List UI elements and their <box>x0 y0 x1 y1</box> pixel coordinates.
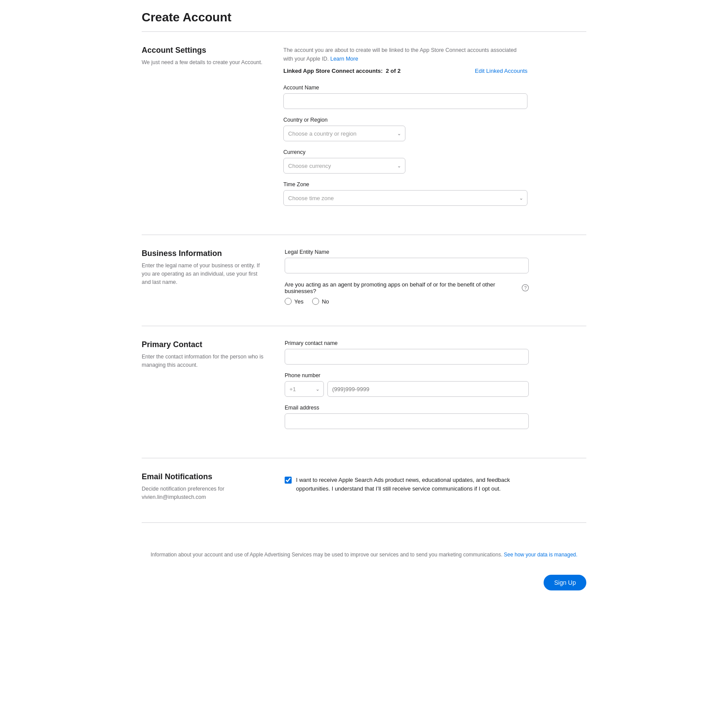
agent-no-label[interactable]: No <box>312 298 329 305</box>
agent-question-group: Are you acting as an agent by promoting … <box>285 281 529 305</box>
agent-question-text: Are you acting as an agent by promoting … <box>285 281 529 294</box>
currency-wrapper: Choose currency ⌄ <box>283 158 405 174</box>
country-region-label: Country or Region <box>283 117 527 123</box>
linked-accounts-label: Linked App Store Connect accounts: 2 of … <box>283 68 401 74</box>
phone-row: +1 ⌄ <box>285 381 529 397</box>
email-label: Email address <box>285 405 529 411</box>
edit-linked-accounts-link[interactable]: Edit Linked Accounts <box>475 68 527 74</box>
linked-accounts-row: Linked App Store Connect accounts: 2 of … <box>283 68 527 74</box>
account-settings-left: Account Settings We just need a few deta… <box>142 46 262 214</box>
business-info-left: Business Information Enter the legal nam… <box>142 249 264 305</box>
signup-row: Sign Up <box>142 566 586 590</box>
account-settings-desc: We just need a few details to create you… <box>142 58 262 67</box>
timezone-label: Time Zone <box>283 181 527 188</box>
notifications-checkbox-text: I want to receive Apple Search Ads produ… <box>296 476 529 493</box>
account-name-input[interactable] <box>283 93 527 109</box>
email-notifications-title: Email Notifications <box>142 472 264 481</box>
primary-contact-left: Primary Contact Enter the contact inform… <box>142 340 264 437</box>
account-settings-info: The account you are about to create will… <box>283 46 527 63</box>
contact-name-input[interactable] <box>285 349 529 365</box>
account-settings-section: Account Settings We just need a few deta… <box>142 46 586 231</box>
account-name-label: Account Name <box>283 85 527 91</box>
primary-contact-section: Primary Contact Enter the contact inform… <box>142 340 586 454</box>
section-divider-3 <box>142 458 586 458</box>
agent-radio-group: Yes No <box>285 298 529 305</box>
phone-country-wrapper: +1 ⌄ <box>285 381 324 397</box>
agent-no-radio[interactable] <box>312 298 319 305</box>
title-divider <box>142 31 586 32</box>
data-managed-link[interactable]: See how your data is managed. <box>504 552 578 558</box>
currency-label: Currency <box>283 149 527 155</box>
account-settings-right: The account you are about to create will… <box>283 46 527 214</box>
page-title: Create Account <box>142 10 586 24</box>
email-field-group: Email address <box>285 405 529 429</box>
footer-section: Information about your account and use o… <box>142 537 586 566</box>
currency-select[interactable]: Choose currency <box>283 158 405 174</box>
legal-entity-field-group: Legal Entity Name <box>285 249 529 273</box>
currency-field-group: Currency Choose currency ⌄ <box>283 149 527 174</box>
primary-contact-title: Primary Contact <box>142 340 264 349</box>
email-notifications-right: I want to receive Apple Search Ads produ… <box>285 472 529 501</box>
timezone-select[interactable]: Choose time zone <box>283 190 527 206</box>
signup-button[interactable]: Sign Up <box>544 575 586 590</box>
agent-yes-radio[interactable] <box>285 298 292 305</box>
phone-field-group: Phone number +1 ⌄ <box>285 372 529 397</box>
section-divider-2 <box>142 326 586 326</box>
agent-yes-label[interactable]: Yes <box>285 298 303 305</box>
email-notifications-section: Email Notifications Decide notification … <box>142 472 586 519</box>
phone-label: Phone number <box>285 372 529 379</box>
account-settings-title: Account Settings <box>142 46 262 55</box>
primary-contact-right: Primary contact name Phone number +1 ⌄ <box>285 340 529 437</box>
business-info-desc: Enter the legal name of your business or… <box>142 262 264 286</box>
phone-number-input[interactable] <box>327 381 529 397</box>
country-region-wrapper: Choose a country or region ⌄ <box>283 126 405 141</box>
section-divider-1 <box>142 235 586 235</box>
account-name-field-group: Account Name <box>283 85 527 109</box>
timezone-field-group: Time Zone Choose time zone ⌄ <box>283 181 527 206</box>
business-info-section: Business Information Enter the legal nam… <box>142 249 586 322</box>
business-info-right: Legal Entity Name Are you acting as an a… <box>285 249 529 305</box>
country-region-field-group: Country or Region Choose a country or re… <box>283 117 527 141</box>
legal-entity-label: Legal Entity Name <box>285 249 529 255</box>
contact-name-field-group: Primary contact name <box>285 340 529 365</box>
footer-text: Information about your account and use o… <box>142 551 586 559</box>
email-notifications-desc: Decide notification preferences for vivi… <box>142 485 264 501</box>
contact-name-label: Primary contact name <box>285 340 529 346</box>
phone-country-select[interactable]: +1 <box>285 381 324 397</box>
section-divider-4 <box>142 522 586 523</box>
primary-contact-desc: Enter the contact information for the pe… <box>142 353 264 369</box>
notifications-checkbox[interactable] <box>285 477 292 484</box>
email-notifications-left: Email Notifications Decide notification … <box>142 472 264 501</box>
notifications-checkbox-row: I want to receive Apple Search Ads produ… <box>285 476 529 493</box>
agent-help-icon[interactable]: ? <box>522 284 529 291</box>
email-input[interactable] <box>285 413 529 429</box>
legal-entity-input[interactable] <box>285 258 529 273</box>
country-region-select[interactable]: Choose a country or region <box>283 126 405 141</box>
business-info-title: Business Information <box>142 249 264 258</box>
timezone-wrapper: Choose time zone ⌄ <box>283 190 527 206</box>
learn-more-link[interactable]: Learn More <box>330 56 358 62</box>
